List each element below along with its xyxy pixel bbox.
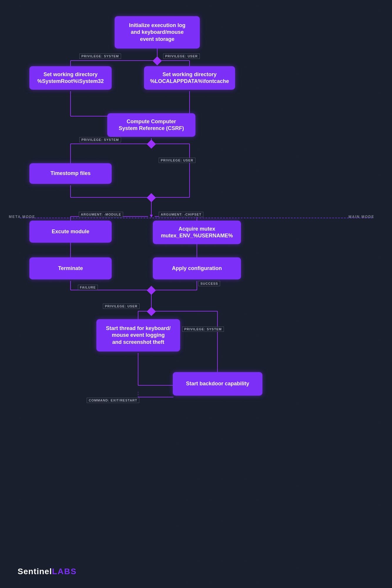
execute-module-label: Excute module (52, 228, 89, 235)
apply-config-node: Apply configuration (153, 257, 241, 279)
acquire-mutex-label: Acquire mutex mutex_ENV_%USERNAME% (161, 226, 233, 239)
apply-config-label: Apply configuration (172, 265, 222, 272)
setdir-system-label: Set working directory %SystemRoot%\Syste… (37, 71, 104, 85)
terminate-label: Terminate (58, 265, 83, 272)
execute-module-node: Excute module (29, 221, 112, 243)
brand-labs: LABS (52, 567, 77, 576)
compute-node: Compute Computer System Reference (CSRF) (107, 113, 195, 137)
start-backdoor-node: Start backdoor capability (173, 372, 262, 396)
priv-system-1-label: PRIVILEGE: SYSTEM (79, 54, 121, 59)
acquire-mutex-node: Acquire mutex mutex_ENV_%USERNAME% (153, 221, 241, 244)
priv-system-3-label: PRIVILEGE: SYSTEM (182, 327, 224, 332)
priv-user-3-label: PRIVILEGE: USER (103, 304, 140, 309)
diamond-2 (147, 139, 156, 149)
priv-user-1-label: PRIVILEGE: USER (163, 54, 200, 59)
diamond-5 (147, 307, 156, 316)
terminate-node: Terminate (29, 257, 112, 279)
diamond-4 (147, 286, 156, 295)
timestomp-label: Timestomp files (51, 170, 91, 177)
flowchart-container: Initialize execution log and keyboard/mo… (0, 0, 392, 588)
init-label: Initialize execution log and keyboard/mo… (129, 22, 185, 43)
init-node: Initialize execution log and keyboard/mo… (115, 16, 200, 49)
meta-mode-label: META MODE (9, 215, 35, 219)
timestomp-node: Timestomp files (29, 163, 112, 184)
setdir-system-node: Set working directory %SystemRoot%\Syste… (29, 66, 112, 90)
compute-label: Compute Computer System Reference (CSRF) (119, 118, 184, 132)
brand-sentinel: Sentinel (18, 567, 52, 576)
diamond-1 (153, 56, 162, 65)
priv-user-2-label: PRIVILEGE: USER (159, 158, 195, 163)
brand-logo: Sentinel LABS (18, 567, 77, 576)
priv-system-2-label: PRIVILEGE: SYSTEM (79, 137, 121, 142)
setdir-user-node: Set working directory %LOCALAPPDATA%\fon… (144, 66, 235, 90)
diamond-3 (147, 193, 156, 202)
arg-module-label: ARGUMENT: -MODULE (79, 212, 123, 217)
success-label: SUCCESS (198, 281, 220, 286)
start-backdoor-label: Start backdoor capability (186, 380, 249, 387)
start-thread-node: Start thread for keyboard/ mouse event l… (96, 319, 180, 352)
arg-chipset-label: ARGUMENT: -CHIPSET (159, 212, 203, 217)
svg-marker-26 (150, 215, 153, 218)
setdir-user-label: Set working directory %LOCALAPPDATA%\fon… (150, 71, 229, 85)
mode-dashed-line (20, 218, 372, 218)
failure-label: FAILURE (78, 285, 98, 290)
start-thread-label: Start thread for keyboard/ mouse event l… (106, 325, 170, 346)
main-mode-label: MAIN MODE (349, 215, 374, 219)
cmd-exit-label: COMMAND: EXIT/RESTART (87, 398, 139, 403)
